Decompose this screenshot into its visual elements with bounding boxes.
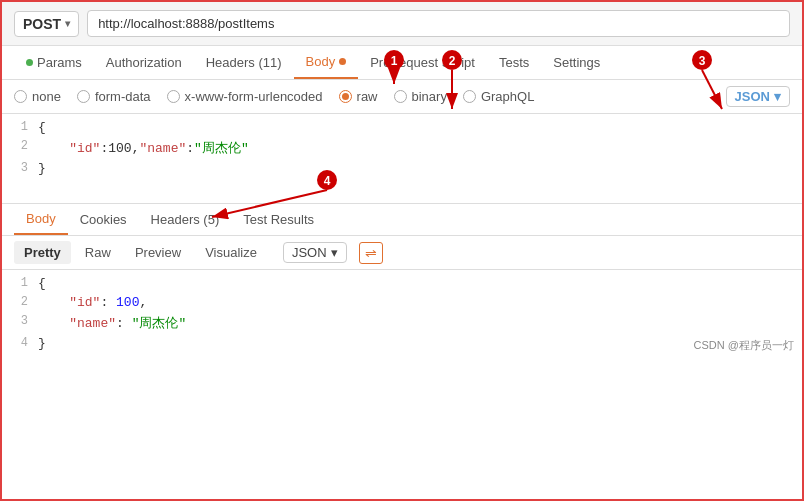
resp-tab-testresults-label: Test Results xyxy=(243,212,314,227)
req-content-1: { xyxy=(38,118,802,137)
json-format-label: JSON xyxy=(735,89,770,104)
resp-subtab-pretty[interactable]: Pretty xyxy=(14,241,71,264)
url-input[interactable] xyxy=(87,10,790,37)
radio-urlencoded-label: x-www-form-urlencoded xyxy=(185,89,323,104)
req-line-1: 1 { xyxy=(2,118,802,137)
req-linenum-3: 3 xyxy=(2,159,38,175)
watermark: CSDN @程序员一灯 xyxy=(694,338,794,353)
response-tabs: Body Cookies Headers (5) Test Results xyxy=(2,204,802,236)
body-type-bar: none form-data x-www-form-urlencoded raw… xyxy=(2,80,802,114)
resp-line-2: 2 "id": 100, xyxy=(2,293,802,312)
radio-graphql[interactable]: GraphQL xyxy=(463,89,534,104)
resp-linenum-4: 4 xyxy=(2,334,38,350)
resp-content-3: "name": "周杰伦" xyxy=(38,312,802,334)
radio-urlencoded-circle xyxy=(167,90,180,103)
resp-subtab-visualize-label: Visualize xyxy=(205,245,257,260)
radio-urlencoded[interactable]: x-www-form-urlencoded xyxy=(167,89,323,104)
resp-linenum-1: 1 xyxy=(2,274,38,290)
response-body-editor: 1 { 2 "id": 100, 3 "name": "周杰伦" 4 } xyxy=(2,270,802,357)
resp-subtab-pretty-label: Pretty xyxy=(24,245,61,260)
resp-subtab-raw[interactable]: Raw xyxy=(75,241,121,264)
resp-tab-cookies[interactable]: Cookies xyxy=(68,205,139,234)
req-linenum-1: 1 xyxy=(2,118,38,134)
resp-wrap-icon[interactable]: ⇌ xyxy=(359,242,383,264)
radio-formdata[interactable]: form-data xyxy=(77,89,151,104)
req-content-2: "id":100,"name":"周杰伦" xyxy=(38,137,802,159)
radio-none-label: none xyxy=(32,89,61,104)
radio-graphql-circle xyxy=(463,90,476,103)
tab-params-label: Params xyxy=(37,55,82,70)
tab-body-label: Body xyxy=(306,54,336,69)
resp-subtabs: Pretty Raw Preview Visualize JSON ▾ ⇌ xyxy=(2,236,802,270)
resp-tab-cookies-label: Cookies xyxy=(80,212,127,227)
resp-subtab-preview-label: Preview xyxy=(135,245,181,260)
resp-json-dropdown[interactable]: JSON ▾ xyxy=(283,242,347,263)
request-tabs: Params Authorization Headers (11) Body P… xyxy=(2,46,802,80)
json-format-dropdown[interactable]: JSON ▾ xyxy=(726,86,790,107)
radio-formdata-circle xyxy=(77,90,90,103)
request-body-editor[interactable]: 1 { 2 "id":100,"name":"周杰伦" 3 } xyxy=(2,114,802,204)
url-bar: POST ▾ xyxy=(2,2,802,46)
resp-content-1: { xyxy=(38,274,802,293)
radio-formdata-label: form-data xyxy=(95,89,151,104)
resp-linenum-3: 3 xyxy=(2,312,38,328)
resp-json-chevron-icon: ▾ xyxy=(331,245,338,260)
resp-subtab-preview[interactable]: Preview xyxy=(125,241,191,264)
tab-headers[interactable]: Headers (11) xyxy=(194,47,294,78)
resp-subtab-visualize[interactable]: Visualize xyxy=(195,241,267,264)
response-section: Body Cookies Headers (5) Test Results Pr… xyxy=(2,204,802,357)
tab-prerequest[interactable]: Pre-request Script xyxy=(358,47,487,78)
method-label: POST xyxy=(23,16,61,32)
resp-tab-testresults[interactable]: Test Results xyxy=(231,205,326,234)
radio-none-circle xyxy=(14,90,27,103)
resp-content-4: } xyxy=(38,334,802,353)
resp-linenum-2: 2 xyxy=(2,293,38,309)
resp-tab-headers[interactable]: Headers (5) xyxy=(139,205,232,234)
req-line-3: 3 } xyxy=(2,159,802,178)
resp-line-1: 1 { xyxy=(2,274,802,293)
resp-line-4: 4 } xyxy=(2,334,802,353)
body-dot xyxy=(339,58,346,65)
radio-binary-circle xyxy=(394,90,407,103)
tab-prerequest-label: Pre-request Script xyxy=(370,55,475,70)
resp-json-label: JSON xyxy=(292,245,327,260)
resp-line-3: 3 "name": "周杰伦" xyxy=(2,312,802,334)
radio-raw[interactable]: raw xyxy=(339,89,378,104)
tab-authorization-label: Authorization xyxy=(106,55,182,70)
tab-settings-label: Settings xyxy=(553,55,600,70)
tab-headers-label: Headers (11) xyxy=(206,55,282,70)
req-linenum-2: 2 xyxy=(2,137,38,153)
radio-raw-circle xyxy=(339,90,352,103)
resp-subtab-raw-label: Raw xyxy=(85,245,111,260)
tab-tests[interactable]: Tests xyxy=(487,47,541,78)
radio-graphql-label: GraphQL xyxy=(481,89,534,104)
tab-settings[interactable]: Settings xyxy=(541,47,612,78)
tab-body[interactable]: Body xyxy=(294,46,359,79)
method-chevron-icon: ▾ xyxy=(65,18,70,29)
radio-raw-label: raw xyxy=(357,89,378,104)
method-select[interactable]: POST ▾ xyxy=(14,11,79,37)
resp-tab-headers-label: Headers (5) xyxy=(151,212,220,227)
params-dot xyxy=(26,59,33,66)
tab-params[interactable]: Params xyxy=(14,47,94,78)
radio-binary-label: binary xyxy=(412,89,447,104)
resp-tab-body-label: Body xyxy=(26,211,56,226)
req-line-2: 2 "id":100,"name":"周杰伦" xyxy=(2,137,802,159)
resp-content-2: "id": 100, xyxy=(38,293,802,312)
req-content-3: } xyxy=(38,159,802,178)
json-format-chevron-icon: ▾ xyxy=(774,89,781,104)
resp-tab-body[interactable]: Body xyxy=(14,204,68,235)
radio-none[interactable]: none xyxy=(14,89,61,104)
tab-authorization[interactable]: Authorization xyxy=(94,47,194,78)
radio-binary[interactable]: binary xyxy=(394,89,447,104)
tab-tests-label: Tests xyxy=(499,55,529,70)
